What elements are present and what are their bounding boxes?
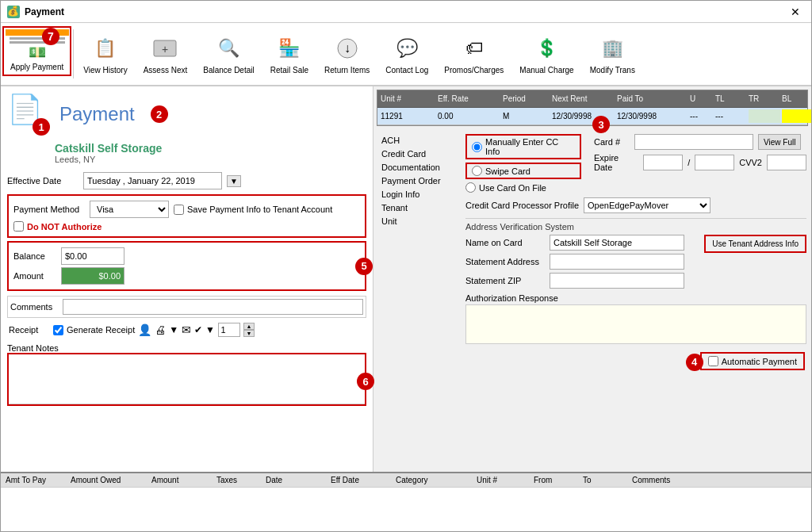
expire-date-row: Expire Date / CVV2 [594, 153, 806, 172]
unit-table-header: Unit # Eff. Rate Period Next Rent Paid T… [377, 90, 807, 108]
receipt-person-icon[interactable]: 👤 [138, 323, 151, 336]
use-tenant-address-button[interactable]: Use Tenant Address Info [704, 235, 806, 253]
auth-response-textarea[interactable] [465, 304, 806, 344]
generate-receipt-checkbox[interactable] [53, 325, 63, 335]
app-icon: 💰 [7, 6, 20, 18]
method-credit-card[interactable]: Credit Card [378, 147, 458, 160]
col-amount: Amount [151, 476, 215, 484]
col-period: Period [503, 94, 550, 103]
radio-cc-options: Manually Enter CC Info Swipe Card Use Ca… [465, 134, 581, 193]
row-tr [749, 109, 780, 123]
manual-charge-button[interactable]: 💲 Manual Charge [511, 26, 581, 82]
expire-month-input[interactable] [643, 155, 683, 170]
apply-payment-button[interactable]: 💵 Apply Payment [2, 26, 71, 76]
processor-profile-dropdown[interactable]: OpenEdgePayMover [584, 197, 710, 213]
col-eff-date: Eff Date [331, 476, 394, 484]
assess-next-button[interactable]: + Assess Next [136, 26, 196, 82]
card-number-input[interactable] [634, 134, 753, 150]
receipt-printer-icon[interactable]: 🖨 [155, 323, 166, 336]
amount-label: Amount [13, 271, 61, 281]
tenant-notes-section: Tenant Notes 6 [7, 343, 366, 406]
method-tenant[interactable]: Tenant [378, 201, 458, 214]
row-tl: --- [715, 112, 747, 121]
cc-radio-group: Manually Enter CC Info Swipe Card Use Ca… [465, 134, 806, 193]
badge-5: 5 [355, 258, 373, 275]
comments-input[interactable] [63, 299, 363, 315]
close-button[interactable]: ✕ [786, 6, 805, 18]
modify-trans-icon: 🏢 [598, 34, 626, 63]
col-next-rent: Next Rent [552, 94, 615, 103]
return-items-button[interactable]: ↓ Return Items [316, 26, 377, 82]
manually-enter-radio[interactable] [472, 142, 482, 152]
tenant-notes-textarea[interactable] [7, 353, 366, 404]
col-comments: Comments [632, 476, 806, 484]
receipt-email-icon[interactable]: ✉ [182, 323, 191, 336]
unit-table: Unit # Eff. Rate Period Next Rent Paid T… [377, 90, 808, 126]
col-amount-owed: Amount Owed [71, 476, 150, 484]
balance-input[interactable] [61, 247, 124, 265]
company-info: Catskill Self Storage Leeds, NY [55, 142, 366, 164]
payment-title: Payment [59, 103, 135, 125]
view-history-button[interactable]: 📋 View History [75, 26, 135, 82]
avs-fields: Name on Card Statement Address Statement… [465, 235, 696, 289]
automatic-payment-checkbox[interactable] [708, 356, 718, 366]
receipt-dropdown-icon[interactable]: ▼ [169, 324, 178, 335]
processor-profile-label: Credit Card Processor Profile [465, 201, 579, 210]
receipt-dropdown2-icon[interactable]: ▼ [205, 324, 215, 335]
method-list: ACH Credit Card Documentation Payment Or… [378, 134, 458, 467]
contact-log-button[interactable]: 💬 Contact Log [377, 26, 436, 82]
use-card-on-file-label: Use Card On File [465, 182, 581, 193]
method-payment-order[interactable]: Payment Order [378, 174, 458, 187]
badge-7: 7 [42, 28, 59, 45]
expire-year-input[interactable] [695, 155, 734, 170]
balance-label: Balance [13, 251, 61, 261]
cvv2-label: CVV2 [739, 158, 762, 167]
statement-address-label: Statement Address [465, 257, 545, 266]
method-ach[interactable]: ACH [378, 134, 458, 147]
statement-address-input[interactable] [550, 254, 684, 270]
col-to: To [583, 476, 630, 484]
modify-trans-button[interactable]: 🏢 Modify Trans [582, 26, 643, 82]
comments-section: Comments [7, 296, 366, 318]
save-payment-info-checkbox[interactable] [174, 205, 184, 215]
swipe-card-radio[interactable] [472, 166, 482, 176]
bottom-table-body [1, 488, 811, 531]
view-history-icon: 📋 [91, 34, 120, 63]
promos-charges-button[interactable]: 🏷 Promos/Charges [436, 26, 511, 82]
amount-input[interactable] [61, 267, 124, 285]
promos-charges-label: Promos/Charges [444, 66, 504, 75]
row-paid-to: 12/30/9998 [617, 112, 688, 121]
receipt-count-input[interactable] [218, 323, 240, 337]
date-picker-button[interactable]: ▼ [227, 175, 241, 187]
cvv2-input[interactable] [767, 155, 806, 170]
col-bl: BL [782, 94, 811, 103]
receipt-count-up[interactable]: ▲ [243, 323, 255, 330]
amount-row: Amount [13, 267, 360, 285]
payment-method-label: Payment Method [13, 205, 85, 214]
processor-profile-row: Credit Card Processor Profile OpenEdgePa… [465, 197, 806, 213]
use-card-on-file-radio[interactable] [465, 182, 476, 193]
statement-zip-input[interactable] [550, 273, 684, 289]
balance-detail-icon: 🔍 [214, 34, 243, 63]
bottom-table: Amt To Pay Amount Owed Amount Taxes Date… [1, 472, 811, 531]
method-login-info[interactable]: Login Info [378, 188, 458, 201]
left-panel: 📄 1 Payment 2 Catskill Self Storage Leed… [1, 86, 373, 472]
retail-sale-button[interactable]: 🏪 Retail Sale [262, 26, 316, 82]
do-not-authorize-checkbox[interactable] [13, 221, 24, 232]
toolbar: 💵 Apply Payment 7 📋 View History + Asses… [1, 23, 811, 86]
sep1 [73, 29, 74, 78]
receipt-check-icon[interactable]: ✔ [194, 324, 202, 335]
svg-text:+: + [162, 43, 168, 55]
method-unit[interactable]: Unit [378, 215, 458, 228]
name-on-card-input[interactable] [550, 235, 684, 251]
effective-date-label: Effective Date [7, 176, 79, 186]
method-documentation[interactable]: Documentation [378, 161, 458, 174]
receipt-count-down[interactable]: ▼ [243, 330, 255, 337]
view-full-button[interactable]: View Full [758, 134, 801, 150]
balance-detail-button[interactable]: 🔍 Balance Detail [195, 26, 262, 82]
avs-label: Address Verification System [465, 222, 806, 232]
col-u: U [690, 94, 714, 103]
payment-method-row: Payment Method Visa Cash Check ACH Save … [13, 201, 360, 218]
effective-date-input[interactable] [83, 172, 222, 189]
payment-method-dropdown[interactable]: Visa Cash Check ACH [90, 201, 169, 218]
